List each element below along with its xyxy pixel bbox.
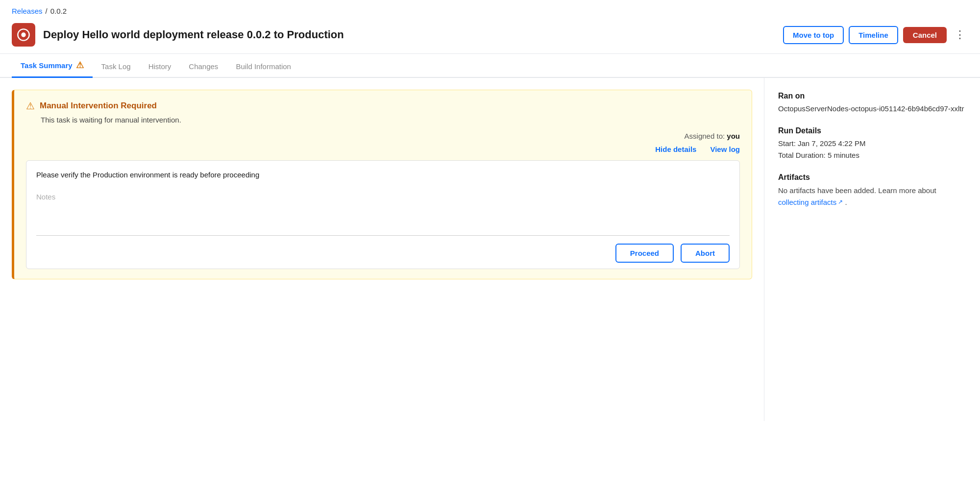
- tab-task-log-label: Task Log: [101, 62, 131, 71]
- details-actions: Proceed Abort: [36, 244, 730, 263]
- notes-label: Notes: [36, 193, 730, 201]
- more-options-button[interactable]: ⋮: [952, 25, 968, 44]
- total-duration: Total Duration: 5 minutes: [778, 150, 966, 161]
- warning-title: Manual Intervention Required: [40, 101, 157, 111]
- tab-task-log[interactable]: Task Log: [93, 56, 140, 78]
- header-actions: Move to top Timeline Cancel ⋮: [783, 25, 968, 44]
- warning-triangle-icon: ⚠: [26, 100, 35, 112]
- details-instruction: Please verify the Production environment…: [36, 171, 730, 179]
- proceed-button[interactable]: Proceed: [615, 244, 674, 263]
- tab-history-label: History: [148, 62, 172, 71]
- collecting-artifacts-link[interactable]: collecting artifacts ↗: [778, 197, 843, 208]
- artifacts-section: Artifacts No artifacts have been added. …: [778, 173, 966, 208]
- warning-body: This task is waiting for manual interven…: [26, 116, 740, 124]
- external-link-icon: ↗: [838, 198, 843, 207]
- tabs-bar: Task Summary ⚠ Task Log History Changes …: [0, 54, 980, 78]
- links-row: Hide details View log: [26, 145, 740, 153]
- cancel-button[interactable]: Cancel: [903, 27, 947, 43]
- notes-divider: [36, 235, 730, 236]
- assigned-row: Assigned to: you: [26, 132, 740, 140]
- breadcrumb-version: 0.0.2: [50, 7, 67, 15]
- artifacts-label: Artifacts: [778, 173, 966, 182]
- assigned-prefix: Assigned to:: [685, 132, 725, 140]
- tab-task-summary-label: Task Summary: [21, 61, 73, 70]
- timeline-button[interactable]: Timeline: [849, 26, 898, 44]
- run-details-start: Start: Jan 7, 2025 4:22 PM Total Duratio…: [778, 138, 966, 161]
- move-to-top-button[interactable]: Move to top: [783, 26, 844, 44]
- tab-changes[interactable]: Changes: [180, 56, 227, 78]
- page-header: Deploy Hello world deployment release 0.…: [0, 18, 980, 54]
- artifacts-text: No artifacts have been added. Learn more…: [778, 185, 966, 208]
- page-title: Deploy Hello world deployment release 0.…: [43, 28, 775, 41]
- ran-on-label: Ran on: [778, 92, 966, 100]
- tab-build-information-label: Build Information: [236, 62, 291, 71]
- ran-on-value: OctopusServerNodes-octopus-i051142-6b94b…: [778, 103, 966, 115]
- abort-button[interactable]: Abort: [681, 244, 730, 263]
- deploy-icon: [12, 23, 35, 47]
- start-time: Start: Jan 7, 2025 4:22 PM: [778, 138, 966, 149]
- tab-changes-label: Changes: [189, 62, 218, 71]
- tab-history[interactable]: History: [140, 56, 180, 78]
- breadcrumb-separator: /: [46, 7, 48, 15]
- ran-on-section: Ran on OctopusServerNodes-octopus-i05114…: [778, 92, 966, 115]
- more-options-icon: ⋮: [955, 28, 965, 41]
- main-panel: ⚠ Manual Intervention Required This task…: [0, 78, 764, 421]
- warning-box: ⚠ Manual Intervention Required This task…: [12, 90, 752, 279]
- tab-build-information[interactable]: Build Information: [227, 56, 300, 78]
- breadcrumb: Releases / 0.0.2: [0, 0, 980, 18]
- deploy-svg-icon: [17, 28, 30, 42]
- run-details-section: Run Details Start: Jan 7, 2025 4:22 PM T…: [778, 126, 966, 161]
- artifacts-period: .: [845, 198, 847, 206]
- artifacts-description: No artifacts have been added. Learn more…: [778, 186, 936, 195]
- details-box: Please verify the Production environment…: [26, 160, 740, 269]
- tab-task-summary[interactable]: Task Summary ⚠: [12, 54, 93, 78]
- side-panel: Ran on OctopusServerNodes-octopus-i05114…: [764, 78, 980, 421]
- main-content: ⚠ Manual Intervention Required This task…: [0, 78, 980, 421]
- breadcrumb-releases-link[interactable]: Releases: [12, 7, 43, 15]
- collecting-artifacts-label: collecting artifacts: [778, 197, 836, 208]
- assigned-value: you: [727, 132, 740, 140]
- warning-header: ⚠ Manual Intervention Required: [26, 100, 740, 112]
- run-details-label: Run Details: [778, 126, 966, 135]
- svg-point-1: [21, 32, 25, 37]
- warning-icon: ⚠: [76, 60, 84, 71]
- view-log-link[interactable]: View log: [710, 145, 740, 153]
- hide-details-link[interactable]: Hide details: [655, 145, 696, 153]
